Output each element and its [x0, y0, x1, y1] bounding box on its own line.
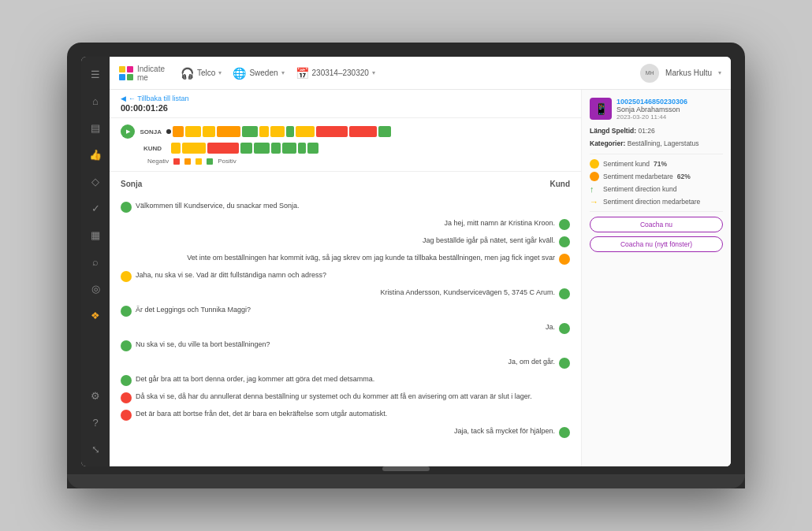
sidebar-icon-target[interactable]: ◎: [84, 277, 106, 299]
block: [185, 126, 201, 137]
logo-squares: [119, 66, 133, 80]
sentiment-dot: [121, 306, 132, 317]
message-text: Kristina Andersson, Kundservicevägen 5, …: [121, 288, 555, 298]
sentiment-dot: [559, 254, 570, 265]
content-area: ◀ ← Tillbaka till listan 00:00:01:26 ▶: [110, 90, 731, 466]
message-text: Jaja, tack så mycket för hjälpen.: [121, 426, 555, 436]
block: [270, 126, 285, 137]
topbar-nav: 🎧 Telco ▾ 🌐 Sweden ▾ 📅 230314–230320: [181, 67, 631, 80]
coach-now-button[interactable]: Coacha nu: [590, 217, 723, 232]
sidebar-icon-list[interactable]: ▦: [84, 224, 106, 246]
chevron-icon: ▾: [218, 69, 222, 76]
divider: [590, 154, 723, 154]
sidebar-icon-menu[interactable]: ☰: [84, 63, 106, 85]
sidebar-icon-badge[interactable]: ❖: [84, 304, 106, 326]
sidebar-icon-chart[interactable]: ▤: [84, 117, 106, 139]
sentiment-dot: [559, 358, 570, 369]
sentiment-agent: Sentiment medarbetare 62%: [590, 172, 723, 181]
sidebar-icon-help[interactable]: ?: [84, 411, 106, 433]
logo-sq-pink: [127, 66, 133, 72]
message-row: Det är bara att bortse från det, det är …: [121, 409, 570, 421]
sidebar-icon-settings[interactable]: ⚙: [84, 384, 106, 407]
sentiment-dot: [559, 323, 570, 334]
block: [217, 126, 240, 137]
message-row: Vet inte om beställningen har kommit ivä…: [121, 253, 570, 265]
block: [182, 143, 206, 154]
block: [282, 143, 296, 154]
kund-col-header: Kund: [345, 180, 570, 188]
kund-label: KUND: [140, 145, 162, 152]
timer-display: 00:00:01:26: [121, 103, 570, 113]
caller-name: Sonja Abrahamsson: [616, 106, 687, 113]
sentiment-dot: [121, 375, 132, 386]
message-text: Vet inte om beställningen har kommit ivä…: [121, 253, 555, 263]
block: [316, 126, 348, 137]
laptop-base: [67, 474, 745, 488]
call-id[interactable]: 100250146850230306: [616, 98, 687, 106]
nav-telco[interactable]: 🎧 Telco ▾: [181, 67, 222, 80]
logo-sq-blue: [119, 74, 125, 80]
sidebar-icon-check[interactable]: ✓: [84, 197, 106, 219]
categories-info: Kategorier: Beställning, Lagerstatus: [590, 139, 723, 149]
sentiment-dot: [559, 236, 570, 247]
sidebar: ☰ ⌂ ▤ 👍 ◇ ✓ ▦ ⌕ ◎ ❖ ⚙ ? ⤡: [81, 57, 110, 466]
message-text: Jaha, nu ska vi se. Vad är ditt fullstän…: [136, 270, 570, 280]
sentiment-dot: [559, 219, 570, 230]
sidebar-icon-search[interactable]: ⌕: [84, 251, 106, 273]
arrow-right-icon: →: [590, 197, 599, 206]
message-text: Då ska vi se, då har du annullerat denna…: [136, 392, 570, 402]
block: [171, 143, 181, 154]
user-chevron-icon[interactable]: ▾: [718, 69, 721, 76]
legend-positive: Positiv: [218, 158, 237, 165]
chat-area: Sonja Kund Välkommen till Kundservice, d…: [110, 172, 581, 466]
nav-sweden[interactable]: 🌐 Sweden ▾: [233, 67, 284, 80]
timeline-area: ▶ SONJA: [110, 118, 581, 172]
arrow-up-icon: ↑: [590, 184, 599, 194]
chat-headers: Sonja Kund: [121, 180, 570, 195]
block: [271, 143, 281, 154]
nav-date[interactable]: 📅 230314–230320 ▾: [296, 67, 375, 80]
coach-new-window-button[interactable]: Coacha nu (nytt fönster): [590, 236, 723, 252]
call-date: 2023-03-20 11:44: [616, 113, 687, 121]
message-row: Jaha, nu ska vi se. Vad är ditt fullstän…: [121, 270, 570, 282]
block: [349, 126, 377, 137]
message-text: Välkommen till Kundservice, du snackar m…: [136, 201, 570, 211]
block: [298, 143, 306, 154]
sonja-blocks: [166, 125, 570, 138]
main-content: Indicate me 🎧 Telco ▾ 🌐 Sweden: [110, 57, 731, 466]
chevron-icon-3: ▾: [372, 69, 375, 76]
legend-green: [207, 158, 213, 165]
sidebar-icon-resize[interactable]: ⤡: [84, 438, 106, 460]
block: [254, 143, 270, 154]
sidebar-icon-home[interactable]: ⌂: [84, 90, 106, 112]
legend-negative: Negativ: [147, 158, 169, 165]
breadcrumb[interactable]: ◀ ← Tillbaka till listan: [121, 95, 570, 102]
app-container: ☰ ⌂ ▤ 👍 ◇ ✓ ▦ ⌕ ◎ ❖ ⚙ ? ⤡: [81, 57, 731, 466]
message-text: Ja hej, mitt namn är Kristina Kroon.: [121, 218, 555, 228]
laptop-notch: [382, 466, 430, 471]
sentiment-agent-dot: [590, 172, 599, 181]
block: [286, 126, 294, 137]
play-button[interactable]: ▶: [121, 124, 135, 139]
sentiment-dot: [121, 202, 132, 213]
message-row: Nu ska vi se, du ville ta bort beställni…: [121, 340, 570, 351]
logo: Indicate me: [119, 65, 165, 82]
logo-text: Indicate me: [137, 65, 165, 82]
block: [378, 126, 391, 137]
message-row: Är det Leggings och Tunnika Maggi?: [121, 305, 570, 317]
message-row: Kristina Andersson, Kundservicevägen 5, …: [121, 288, 570, 299]
message-text: Nu ska vi se, du ville ta bort beställni…: [136, 340, 570, 350]
sonja-track: ▶ SONJA: [121, 124, 570, 139]
breadcrumb-bar: ◀ ← Tillbaka till listan 00:00:01:26: [110, 90, 581, 118]
topbar-right: MH Markus Hultu ▾: [640, 64, 721, 83]
logo-sq-yellow: [119, 66, 125, 72]
legend-red: [173, 158, 180, 165]
sonja-col-header: Sonja: [121, 180, 345, 188]
sidebar-icon-thumb[interactable]: 👍: [84, 143, 106, 165]
sidebar-icon-diamond[interactable]: ◇: [84, 170, 106, 192]
sentiment-direction-agent: → Sentiment direction medarbetare: [590, 197, 723, 206]
block: [307, 143, 318, 154]
user-name: Markus Hultu: [665, 69, 712, 77]
message-row: Det går bra att ta bort denna order, jag…: [121, 374, 570, 386]
legend-yellow: [196, 158, 202, 165]
